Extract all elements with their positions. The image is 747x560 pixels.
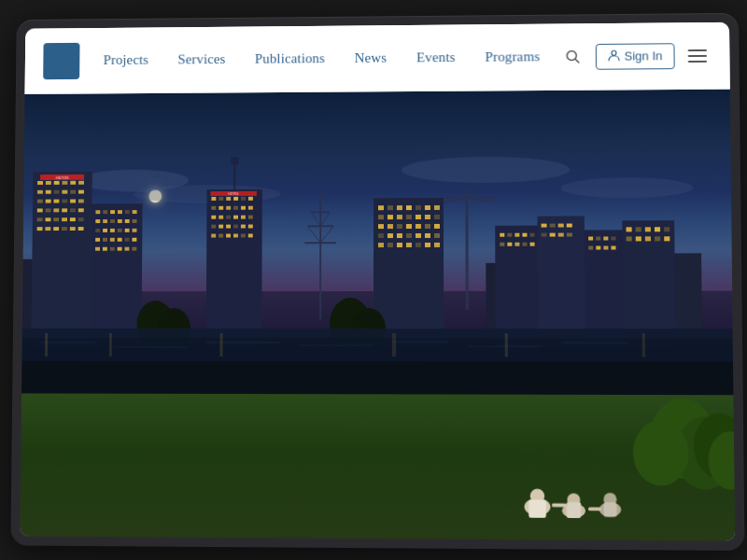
svg-rect-64 bbox=[125, 210, 130, 214]
svg-point-6 bbox=[402, 156, 571, 183]
nav-link-services[interactable]: Services bbox=[163, 44, 241, 75]
svg-rect-90 bbox=[206, 189, 262, 346]
nav-links: Projects Services Publications News Even… bbox=[89, 41, 559, 76]
svg-rect-154 bbox=[378, 243, 384, 247]
svg-text:HOTEL: HOTEL bbox=[228, 192, 239, 196]
svg-rect-157 bbox=[406, 243, 412, 247]
device-frame: Projects Services Publications News Even… bbox=[10, 13, 744, 551]
svg-rect-39 bbox=[37, 208, 43, 212]
sign-in-button[interactable]: Sign In bbox=[595, 43, 674, 70]
svg-rect-118 bbox=[218, 233, 223, 237]
svg-rect-104 bbox=[248, 205, 253, 209]
nav-link-news[interactable]: News bbox=[340, 43, 402, 74]
svg-rect-135 bbox=[397, 215, 402, 219]
svg-rect-230 bbox=[45, 333, 48, 357]
svg-rect-193 bbox=[611, 245, 615, 249]
svg-line-1 bbox=[575, 59, 579, 63]
svg-rect-247 bbox=[567, 502, 582, 518]
svg-rect-27 bbox=[37, 189, 43, 193]
svg-rect-33 bbox=[37, 199, 43, 203]
svg-rect-158 bbox=[416, 243, 421, 247]
nav-link-projects[interactable]: Projects bbox=[89, 45, 163, 76]
svg-rect-24 bbox=[62, 180, 67, 184]
svg-rect-186 bbox=[588, 236, 593, 240]
svg-rect-59 bbox=[91, 203, 142, 347]
svg-rect-115 bbox=[241, 224, 246, 228]
svg-rect-244 bbox=[529, 499, 546, 518]
svg-rect-160 bbox=[434, 243, 440, 247]
svg-rect-74 bbox=[110, 229, 115, 232]
svg-rect-100 bbox=[218, 205, 223, 209]
svg-rect-73 bbox=[103, 229, 107, 232]
svg-rect-98 bbox=[248, 196, 253, 200]
svg-rect-179 bbox=[558, 223, 564, 227]
svg-rect-190 bbox=[588, 245, 593, 249]
svg-rect-109 bbox=[241, 215, 246, 218]
svg-rect-65 bbox=[133, 210, 137, 214]
svg-rect-43 bbox=[70, 208, 76, 212]
svg-rect-48 bbox=[62, 217, 67, 221]
svg-rect-23 bbox=[54, 180, 60, 184]
svg-rect-83 bbox=[132, 237, 136, 241]
menu-line-3 bbox=[688, 60, 707, 62]
svg-rect-69 bbox=[118, 219, 122, 223]
svg-rect-178 bbox=[550, 223, 556, 227]
svg-rect-199 bbox=[664, 227, 669, 231]
svg-rect-152 bbox=[425, 233, 430, 238]
svg-rect-28 bbox=[46, 189, 51, 193]
svg-rect-61 bbox=[103, 210, 107, 214]
svg-rect-97 bbox=[241, 196, 246, 200]
svg-rect-136 bbox=[406, 215, 412, 219]
svg-rect-134 bbox=[388, 215, 393, 219]
svg-rect-62 bbox=[110, 210, 115, 214]
nav-link-publications[interactable]: Publications bbox=[240, 43, 340, 74]
svg-rect-195 bbox=[627, 227, 632, 231]
svg-rect-170 bbox=[529, 232, 534, 236]
svg-rect-187 bbox=[596, 236, 600, 240]
svg-rect-54 bbox=[62, 227, 67, 231]
svg-rect-150 bbox=[406, 233, 412, 238]
svg-rect-53 bbox=[53, 227, 59, 231]
svg-rect-137 bbox=[416, 215, 421, 219]
svg-rect-251 bbox=[552, 503, 567, 507]
nav-link-programs[interactable]: Programs bbox=[470, 41, 555, 72]
hero-section: HILTON bbox=[20, 90, 735, 541]
svg-rect-159 bbox=[425, 243, 430, 247]
svg-point-7 bbox=[560, 177, 693, 199]
svg-rect-117 bbox=[211, 233, 216, 237]
menu-button[interactable] bbox=[684, 45, 712, 65]
svg-rect-234 bbox=[505, 333, 508, 357]
svg-rect-80 bbox=[110, 237, 115, 241]
svg-line-209 bbox=[311, 212, 320, 226]
svg-rect-231 bbox=[109, 333, 112, 357]
svg-rect-198 bbox=[655, 227, 660, 231]
svg-rect-235 bbox=[642, 333, 645, 357]
svg-rect-84 bbox=[95, 246, 100, 250]
svg-rect-34 bbox=[46, 199, 51, 203]
svg-rect-40 bbox=[46, 208, 51, 212]
svg-rect-116 bbox=[248, 224, 253, 228]
svg-rect-203 bbox=[655, 236, 660, 241]
svg-rect-31 bbox=[70, 189, 76, 193]
svg-rect-155 bbox=[388, 243, 393, 247]
svg-rect-67 bbox=[103, 219, 107, 223]
menu-line-2 bbox=[688, 54, 707, 56]
svg-point-2 bbox=[611, 50, 615, 55]
svg-rect-99 bbox=[211, 205, 216, 209]
nav-link-events[interactable]: Events bbox=[402, 42, 471, 73]
svg-rect-49 bbox=[70, 217, 76, 221]
svg-rect-30 bbox=[62, 189, 67, 193]
search-button[interactable] bbox=[559, 44, 585, 70]
svg-rect-192 bbox=[603, 245, 608, 249]
svg-rect-197 bbox=[645, 227, 651, 231]
svg-rect-132 bbox=[434, 205, 440, 210]
svg-rect-148 bbox=[388, 233, 393, 238]
svg-rect-174 bbox=[522, 242, 527, 245]
svg-rect-95 bbox=[226, 196, 231, 200]
svg-rect-129 bbox=[406, 205, 412, 210]
svg-rect-175 bbox=[530, 242, 535, 245]
svg-rect-21 bbox=[37, 181, 43, 185]
svg-rect-171 bbox=[500, 242, 504, 245]
svg-line-211 bbox=[307, 226, 320, 243]
svg-rect-20 bbox=[31, 171, 92, 346]
